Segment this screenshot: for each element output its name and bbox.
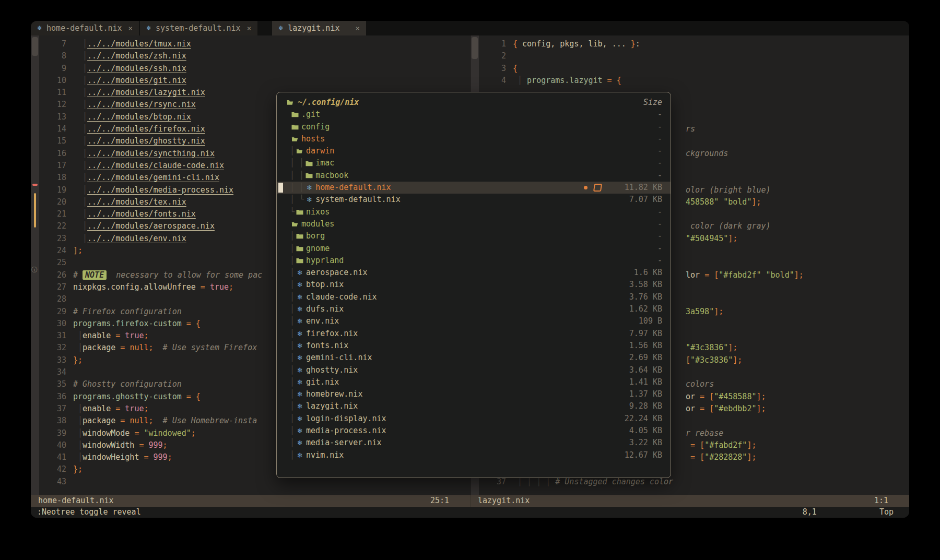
code-line[interactable]: 9 │../../modules/ssh.nix: [39, 63, 470, 75]
left-scrollbar-gutter[interactable]: ⓘ: [31, 35, 39, 495]
indent-guides: │ └: [285, 194, 304, 206]
tree-row[interactable]: │gnome-: [277, 243, 671, 255]
indent-guides: │ │: [285, 170, 304, 182]
tree-row[interactable]: modules-: [277, 218, 671, 230]
git-delete-sign-icon: [32, 184, 38, 186]
tree-row[interactable]: │❄aerospace.nix1.6 KB: [277, 267, 671, 279]
indent-guides: │: [285, 267, 295, 279]
file-size: -: [614, 109, 662, 121]
line-number: 23: [39, 233, 73, 245]
scrollbar-thumb[interactable]: [472, 37, 478, 59]
statusline-filename: home-default.nix: [38, 495, 114, 507]
tree-row[interactable]: .git-: [277, 109, 671, 121]
tree-row[interactable]: │ │macbook-: [277, 170, 671, 182]
tree-row[interactable]: │❄lazygit.nix9.28 KB: [277, 400, 671, 412]
tree-item-name: gnome: [305, 243, 330, 255]
tab-home-default[interactable]: ❄ home-default.nix ×: [31, 21, 139, 35]
tree-item-name: dufs.nix: [305, 303, 344, 315]
tab-bar: ❄ home-default.nix × ❄ system-default.ni…: [31, 21, 909, 35]
code-line[interactable]: 2: [479, 50, 909, 62]
tree-row[interactable]: │ └❄system-default.nix7.07 KB: [277, 194, 671, 206]
line-number: 33: [39, 354, 73, 366]
file-size: -: [614, 145, 662, 157]
tree-item-name: macbook: [314, 170, 348, 182]
file-size: 1.6 KB: [614, 267, 662, 279]
tree-row[interactable]: └nixos-: [277, 206, 671, 218]
tree-row[interactable]: hosts-: [277, 133, 671, 145]
tree-row[interactable]: │❄claude-code.nix3.76 KB: [277, 291, 671, 303]
line-number: 39: [39, 427, 73, 439]
tree-item-name: borg: [305, 230, 325, 242]
indent-guides: │: [285, 230, 295, 242]
tree-row[interactable]: │hyprland-: [277, 255, 671, 267]
tree-item-name: git.nix: [305, 376, 339, 388]
nix-file-icon: ❄: [297, 340, 303, 352]
tree-row[interactable]: │❄media-process.nix4.05 KB: [277, 425, 671, 437]
code-line[interactable]: 4 │ programs.lazygit = {: [479, 75, 909, 87]
indent-guides: │: [285, 303, 295, 315]
tree-row[interactable]: │❄login-display.nix22.24 KB: [277, 413, 671, 425]
tree-row[interactable]: │❄btop.nix3.58 KB: [277, 279, 671, 291]
nix-file-icon: ❄: [297, 267, 303, 279]
code-line[interactable]: 1{ config, pkgs, lib, ... }:: [479, 38, 909, 50]
tree-item-name: claude-code.nix: [305, 291, 377, 303]
line-number: 18: [39, 172, 73, 184]
line-number: 1: [479, 38, 513, 50]
code-text: [513, 50, 909, 62]
nix-file-icon: ❄: [307, 194, 312, 206]
folder-icon: [296, 209, 303, 215]
code-line[interactable]: 8 │../../modules/zsh.nix: [39, 50, 470, 62]
code-line[interactable]: 7 │../../modules/tmux.nix: [39, 38, 470, 50]
tree-row[interactable]: │borg-: [277, 230, 671, 242]
file-size: 12.67 KB: [614, 449, 662, 461]
scrollbar-thumb[interactable]: [32, 37, 38, 56]
code-text: │../../modules/zsh.nix: [73, 50, 470, 62]
tree-row[interactable]: │❄media-server.nix3.22 KB: [277, 437, 671, 449]
tree-row[interactable]: │darwin-: [277, 145, 671, 157]
indent-guides: │: [285, 388, 295, 400]
file-size: -: [614, 206, 662, 218]
line-number: 8: [39, 50, 73, 62]
line-number: 35: [39, 378, 73, 390]
indent-guides: │: [285, 340, 295, 352]
line-number: 13: [39, 111, 73, 123]
tree-row[interactable]: │❄ghostty.nix3.64 KB: [277, 364, 671, 376]
close-icon[interactable]: ×: [126, 24, 133, 32]
nix-file-icon: ❄: [297, 449, 303, 461]
tab-system-default[interactable]: ❄ system-default.nix ×: [140, 21, 257, 35]
tree-row[interactable]: │❄gemini-cli.nix2.69 KB: [277, 352, 671, 364]
nix-file-icon: ❄: [297, 279, 303, 291]
tree-row[interactable]: │❄nvim.nix12.67 KB: [277, 449, 671, 461]
code-line[interactable]: 3{: [479, 63, 909, 75]
line-number: 42: [39, 463, 73, 475]
statusline-right-window: lazygit.nix 1:1: [470, 495, 909, 507]
tree-row[interactable]: config-: [277, 121, 671, 133]
code-text: │ programs.lazygit = {: [513, 75, 909, 87]
line-number: 36: [39, 391, 73, 403]
line-number: 24: [39, 245, 73, 257]
code-line[interactable]: 10 │../../modules/git.nix: [39, 75, 470, 87]
file-size: -: [614, 243, 662, 255]
git-status-icons: [584, 184, 602, 192]
tree-item-name: lazygit.nix: [305, 400, 358, 412]
nix-file-icon: ❄: [297, 315, 303, 327]
line-number: 26: [39, 269, 73, 281]
tree-row[interactable]: │❄git.nix1.41 KB: [277, 376, 671, 388]
tree-row[interactable]: │ │imac-: [277, 157, 671, 169]
scroll-indicator: Top: [879, 507, 903, 518]
tree-row[interactable]: │❄firefox.nix7.97 KB: [277, 328, 671, 340]
tab-lazygit[interactable]: ❄ lazygit.nix ×: [272, 21, 366, 35]
indent-guides: │: [285, 279, 295, 291]
tree-row[interactable]: │❄fonts.nix1.56 KB: [277, 340, 671, 352]
tree-row-selected[interactable]: │ │❄home-default.nix11.82 KB: [277, 182, 671, 194]
tree-item-name: login-display.nix: [305, 413, 386, 425]
close-icon[interactable]: ×: [245, 24, 251, 32]
tree-item-name: homebrew.nix: [305, 388, 362, 400]
line-number: 19: [39, 184, 73, 196]
close-icon[interactable]: ×: [344, 24, 359, 32]
tree-row[interactable]: │❄dufs.nix1.62 KB: [277, 303, 671, 315]
tree-item-name: env.nix: [305, 315, 339, 327]
tree-row[interactable]: │❄homebrew.nix1.37 KB: [277, 388, 671, 400]
tree-row[interactable]: │❄env.nix109 B: [277, 315, 671, 327]
folder-icon: [306, 161, 313, 166]
